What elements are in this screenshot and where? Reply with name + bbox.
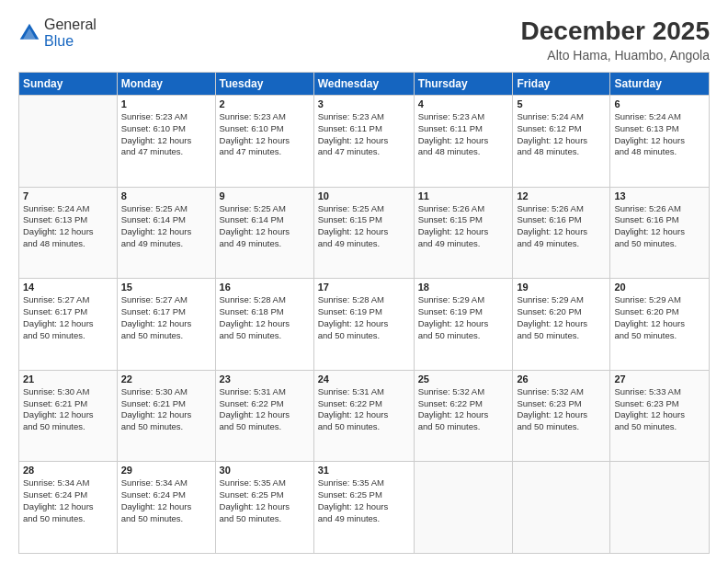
- day-info: Sunrise: 5:23 AMSunset: 6:11 PMDaylight:…: [318, 111, 410, 158]
- day-number: 7: [23, 190, 113, 201]
- day-number: 30: [220, 465, 310, 476]
- week-row-5: 28Sunrise: 5:34 AMSunset: 6:24 PMDayligh…: [19, 462, 710, 554]
- day-info: Sunrise: 5:23 AMSunset: 6:11 PMDaylight:…: [418, 111, 509, 158]
- week-row-1: 1Sunrise: 5:23 AMSunset: 6:10 PMDaylight…: [19, 96, 710, 188]
- table-cell: 30Sunrise: 5:35 AMSunset: 6:25 PMDayligh…: [215, 462, 313, 554]
- day-info: Sunrise: 5:25 AMSunset: 6:14 PMDaylight:…: [220, 203, 310, 250]
- week-row-4: 21Sunrise: 5:30 AMSunset: 6:21 PMDayligh…: [19, 370, 710, 462]
- table-cell: 18Sunrise: 5:29 AMSunset: 6:19 PMDayligh…: [414, 279, 513, 371]
- table-cell: 23Sunrise: 5:31 AMSunset: 6:22 PMDayligh…: [215, 370, 313, 462]
- table-cell: 19Sunrise: 5:29 AMSunset: 6:20 PMDayligh…: [513, 279, 610, 371]
- table-cell: 29Sunrise: 5:34 AMSunset: 6:24 PMDayligh…: [117, 462, 215, 554]
- table-cell: 8Sunrise: 5:25 AMSunset: 6:14 PMDaylight…: [117, 187, 215, 279]
- table-cell: 31Sunrise: 5:35 AMSunset: 6:25 PMDayligh…: [313, 462, 414, 554]
- col-tuesday: Tuesday: [215, 73, 313, 96]
- calendar-body: 1Sunrise: 5:23 AMSunset: 6:10 PMDaylight…: [19, 96, 710, 554]
- month-title: December 2025: [521, 17, 710, 46]
- day-info: Sunrise: 5:34 AMSunset: 6:24 PMDaylight:…: [121, 477, 211, 524]
- table-cell: 24Sunrise: 5:31 AMSunset: 6:22 PMDayligh…: [313, 370, 414, 462]
- table-cell: 12Sunrise: 5:26 AMSunset: 6:16 PMDayligh…: [513, 187, 610, 279]
- table-cell: 28Sunrise: 5:34 AMSunset: 6:24 PMDayligh…: [19, 462, 118, 554]
- day-number: 25: [418, 373, 509, 385]
- col-wednesday: Wednesday: [313, 73, 414, 96]
- table-cell: 13Sunrise: 5:26 AMSunset: 6:16 PMDayligh…: [610, 187, 710, 279]
- day-number: 17: [318, 282, 410, 293]
- calendar-page: General Blue December 2025 Alto Hama, Hu…: [0, 0, 728, 563]
- col-friday: Friday: [513, 73, 610, 96]
- day-info: Sunrise: 5:24 AMSunset: 6:13 PMDaylight:…: [614, 111, 705, 158]
- table-cell: [19, 96, 118, 188]
- day-number: 26: [517, 373, 606, 385]
- day-number: 21: [23, 373, 113, 385]
- table-cell: 26Sunrise: 5:32 AMSunset: 6:23 PMDayligh…: [513, 370, 610, 462]
- day-number: 27: [614, 373, 705, 385]
- day-info: Sunrise: 5:25 AMSunset: 6:14 PMDaylight:…: [121, 203, 211, 250]
- col-saturday: Saturday: [610, 73, 710, 96]
- day-number: 28: [23, 465, 113, 476]
- day-number: 2: [220, 98, 310, 109]
- day-info: Sunrise: 5:33 AMSunset: 6:23 PMDaylight:…: [614, 386, 705, 433]
- day-number: 24: [318, 373, 410, 385]
- day-number: 13: [614, 190, 705, 201]
- table-cell: 4Sunrise: 5:23 AMSunset: 6:11 PMDaylight…: [414, 96, 513, 188]
- day-info: Sunrise: 5:32 AMSunset: 6:22 PMDaylight:…: [418, 386, 509, 433]
- day-number: 29: [121, 465, 211, 476]
- day-number: 9: [220, 190, 310, 201]
- day-number: 11: [418, 190, 509, 201]
- title-block: December 2025 Alto Hama, Huambo, Angola: [521, 17, 710, 63]
- table-cell: 27Sunrise: 5:33 AMSunset: 6:23 PMDayligh…: [610, 370, 710, 462]
- table-cell: [513, 462, 610, 554]
- day-info: Sunrise: 5:26 AMSunset: 6:16 PMDaylight:…: [517, 203, 606, 250]
- day-number: 3: [318, 98, 410, 109]
- logo-general: General: [44, 17, 97, 32]
- table-cell: 1Sunrise: 5:23 AMSunset: 6:10 PMDaylight…: [117, 96, 215, 188]
- location: Alto Hama, Huambo, Angola: [521, 48, 710, 63]
- logo-icon: [18, 22, 40, 44]
- logo-text: General Blue: [44, 17, 97, 50]
- day-number: 16: [220, 282, 310, 293]
- day-number: 15: [121, 282, 211, 293]
- table-cell: 11Sunrise: 5:26 AMSunset: 6:15 PMDayligh…: [414, 187, 513, 279]
- day-number: 20: [614, 282, 705, 293]
- day-number: 4: [418, 98, 509, 109]
- day-number: 12: [517, 190, 606, 201]
- col-sunday: Sunday: [19, 73, 118, 96]
- day-info: Sunrise: 5:29 AMSunset: 6:19 PMDaylight:…: [418, 294, 509, 341]
- table-cell: 17Sunrise: 5:28 AMSunset: 6:19 PMDayligh…: [313, 279, 414, 371]
- table-cell: 5Sunrise: 5:24 AMSunset: 6:12 PMDaylight…: [513, 96, 610, 188]
- day-info: Sunrise: 5:28 AMSunset: 6:19 PMDaylight:…: [318, 294, 410, 341]
- table-cell: 15Sunrise: 5:27 AMSunset: 6:17 PMDayligh…: [117, 279, 215, 371]
- day-number: 31: [318, 465, 410, 476]
- table-cell: 10Sunrise: 5:25 AMSunset: 6:15 PMDayligh…: [313, 187, 414, 279]
- day-number: 10: [318, 190, 410, 201]
- table-cell: 16Sunrise: 5:28 AMSunset: 6:18 PMDayligh…: [215, 279, 313, 371]
- day-info: Sunrise: 5:30 AMSunset: 6:21 PMDaylight:…: [121, 386, 211, 433]
- table-cell: 20Sunrise: 5:29 AMSunset: 6:20 PMDayligh…: [610, 279, 710, 371]
- day-number: 6: [614, 98, 705, 109]
- day-number: 19: [517, 282, 606, 293]
- table-cell: 3Sunrise: 5:23 AMSunset: 6:11 PMDaylight…: [313, 96, 414, 188]
- day-info: Sunrise: 5:25 AMSunset: 6:15 PMDaylight:…: [318, 203, 410, 250]
- day-number: 1: [121, 98, 211, 109]
- day-info: Sunrise: 5:27 AMSunset: 6:17 PMDaylight:…: [121, 294, 211, 341]
- week-row-3: 14Sunrise: 5:27 AMSunset: 6:17 PMDayligh…: [19, 279, 710, 371]
- table-cell: 2Sunrise: 5:23 AMSunset: 6:10 PMDaylight…: [215, 96, 313, 188]
- table-cell: [610, 462, 710, 554]
- table-cell: 6Sunrise: 5:24 AMSunset: 6:13 PMDaylight…: [610, 96, 710, 188]
- day-info: Sunrise: 5:29 AMSunset: 6:20 PMDaylight:…: [614, 294, 705, 341]
- day-info: Sunrise: 5:27 AMSunset: 6:17 PMDaylight:…: [23, 294, 113, 341]
- day-number: 14: [23, 282, 113, 293]
- day-info: Sunrise: 5:24 AMSunset: 6:13 PMDaylight:…: [23, 203, 113, 250]
- day-number: 18: [418, 282, 509, 293]
- day-number: 5: [517, 98, 606, 109]
- table-cell: 22Sunrise: 5:30 AMSunset: 6:21 PMDayligh…: [117, 370, 215, 462]
- table-cell: 14Sunrise: 5:27 AMSunset: 6:17 PMDayligh…: [19, 279, 118, 371]
- logo: General Blue: [18, 17, 97, 50]
- col-monday: Monday: [117, 73, 215, 96]
- day-info: Sunrise: 5:34 AMSunset: 6:24 PMDaylight:…: [23, 477, 113, 524]
- day-info: Sunrise: 5:26 AMSunset: 6:15 PMDaylight:…: [418, 203, 509, 250]
- day-number: 23: [220, 373, 310, 385]
- day-info: Sunrise: 5:30 AMSunset: 6:21 PMDaylight:…: [23, 386, 113, 433]
- header-row: Sunday Monday Tuesday Wednesday Thursday…: [19, 73, 710, 96]
- day-info: Sunrise: 5:35 AMSunset: 6:25 PMDaylight:…: [220, 477, 310, 524]
